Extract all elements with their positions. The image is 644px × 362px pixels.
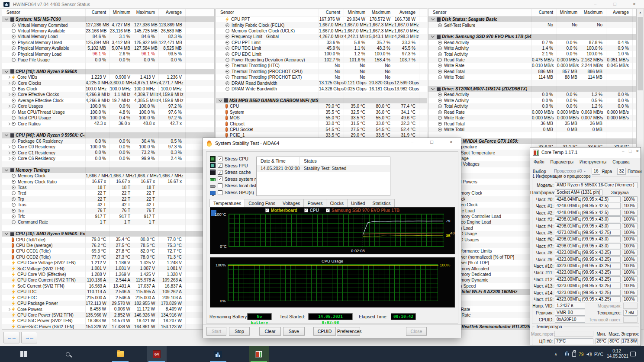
close-button[interactable]: Close	[406, 327, 427, 336]
menu-справка[interactable]: Справка	[612, 160, 629, 164]
sensor-row[interactable]: Write Rate0.010 MB/s0.000 MB/s2.244 MB/s…	[428, 63, 636, 68]
tab-statistics[interactable]: Statistics	[369, 199, 395, 207]
stop-button[interactable]: Stop	[229, 327, 250, 336]
start-button[interactable]	[13, 346, 33, 362]
tray-usb-icon[interactable]	[572, 346, 576, 362]
sensor-row[interactable]: Core Usages100.0 %0.0 %100.0 %97.2 %	[2, 103, 214, 109]
sensor-group-row[interactable]: Memory Timings	[2, 167, 214, 173]
sensor-row[interactable]: Tras42 T42 T42 T	[2, 202, 214, 208]
column-header[interactable]: Average	[394, 9, 419, 16]
sensor-row[interactable]: Thermal Throttling (PROCHOT EXT)NoNoNo	[216, 74, 427, 80]
sensor-group-row[interactable]: CPU [#0]: AMD Ryzen 9 5950X	[2, 69, 214, 74]
checkbox-checked[interactable]: ✓	[218, 170, 222, 175]
sensor-row[interactable]: CPU (Tctl/Tdie)79.0 °C35.4 °C80.8 °C77.8…	[2, 237, 214, 242]
sensor-group-row[interactable]: System: MSI MS-7C90	[2, 16, 214, 22]
sensor-row[interactable]: System35.5 °C32.5 °C36.0 °C34.1 °C	[216, 109, 427, 115]
collapse-chevron-icon[interactable]	[5, 69, 8, 73]
start-button[interactable]: Start	[206, 327, 226, 336]
checkbox-checked[interactable]: ✓	[218, 176, 222, 181]
sensor-row[interactable]: CPU TDC110.114 A2.546 A115.995 A109.262 …	[2, 289, 214, 295]
column-header[interactable]: Minimum	[557, 9, 581, 16]
collapse-chevron-icon[interactable]	[5, 168, 8, 171]
collapse-columns-button[interactable]: →←	[21, 332, 37, 343]
sensor-row[interactable]: Read Rate0.475 MB/s0.000 MB/s2.162 MB/s0…	[428, 57, 636, 63]
sensor-row[interactable]: Core Powers8.458 W0.006 W11.172 W8.409 W	[2, 306, 214, 312]
sensor-row[interactable]: Thermal Throttling (PROCHOT CPU)NoNoNo	[216, 69, 427, 74]
sensor-row[interactable]: DRAM Write Bandwidth14.328 Gbps0.025 Gbp…	[216, 86, 427, 92]
expand-arrow-icon[interactable]	[7, 82, 10, 85]
taskbar-item-file-explorer[interactable]	[110, 346, 130, 362]
sensor-row[interactable]: Infinity Fabric Clock (FCLK)1,667.0 MHz1…	[216, 22, 427, 28]
tab-temperatures[interactable]: Temperatures	[209, 199, 245, 207]
sensor-row[interactable]: Memory Clock Ratio16.67 x16.67 x16.67 x1…	[2, 179, 214, 184]
notification-center-icon[interactable]	[630, 346, 636, 362]
sensor-row[interactable]: CPU Socket54.5 °C27.5 °C54.5 °C52.4 °C	[216, 127, 427, 132]
hwinfo-titlebar[interactable]: HWiNFO64 v7.04-4480 Sensor Status − □ ×	[0, 0, 644, 9]
sensor-row[interactable]: CPU Core VID (Effective)1.288 V1.269 V1.…	[2, 272, 214, 277]
scrollbar-thumb[interactable]	[638, 17, 643, 90]
column-header[interactable]: Sensor	[216, 9, 319, 16]
sensor-group-row[interactable]: Drive: ST2000LM007-1R8174 (ZDZD9BTX)	[428, 86, 636, 92]
minimize-button[interactable]: −	[402, 138, 422, 147]
search-button[interactable]	[58, 346, 78, 362]
collapse-chevron-icon[interactable]	[5, 133, 8, 136]
sensor-row[interactable]: Core C1 Residency0.0 %0.0 %73.2 %0.3 %	[2, 150, 214, 155]
sensor-row[interactable]: MOS55.0 °C33.5 °C55.0 °C49.6 °C	[216, 115, 427, 121]
column-header[interactable]: Sensor	[428, 9, 531, 16]
sensor-row[interactable]: Write Activity0.0 %0.0 %0.5 %0.0 %	[428, 98, 636, 103]
sensor-empty-row[interactable]	[2, 63, 214, 68]
sensor-row[interactable]: Average Effective Clock4,266.9 MHz19.7 M…	[2, 98, 214, 103]
tab-powers[interactable]: Powers	[304, 199, 326, 207]
sensor-row[interactable]: CPU Package Power172.113 W29.570 W182.95…	[2, 301, 214, 306]
collapse-chevron-icon[interactable]	[431, 17, 435, 20]
sensor-row[interactable]: CPU PPT Limit33.6 %5.8 %35.7 %33.3 %	[216, 40, 427, 45]
sensor-row[interactable]: Read Total886 MB857 MB886 MB	[428, 69, 636, 74]
column-header[interactable]: Current	[531, 9, 557, 16]
log-column-status[interactable]: Status	[300, 157, 390, 165]
sensor-row[interactable]: Physical Memory Available5,102 MB5,074 M…	[2, 45, 214, 51]
sensor-row[interactable]: CPU EDC Limit100.0 %1.2 %100.0 %97.3 %	[216, 51, 427, 57]
maximize-button[interactable]: □	[629, 148, 632, 154]
sensor-group-row[interactable]: CPU [#0]: AMD Ryzen 9 5950X: C-Stat...	[2, 132, 214, 138]
expand-arrow-icon[interactable]	[7, 145, 10, 148]
legend-checkbox-checked[interactable]: ✓	[265, 208, 269, 212]
menu-параметры[interactable]: Параметры	[551, 160, 573, 164]
minimize-button[interactable]: −	[621, 148, 624, 154]
sensor-row[interactable]: Core Clocks4,225.0 MHz3,600.0 MHz4,875.1…	[2, 80, 214, 86]
sensor-row[interactable]: CPU Core Voltage (SVI2 TFN)1.212 V1.188 …	[2, 260, 214, 266]
sensor-row[interactable]: Max CPU/Thread Usage100.0 %4.8 %100.0 %9…	[2, 109, 214, 115]
column-header[interactable]: Average	[606, 9, 632, 16]
sensor-row[interactable]: Core C0 Residency100.0 %0.0 %100.0 %97.3…	[2, 144, 214, 150]
column-header[interactable]: Average	[158, 9, 185, 16]
cpuid-button[interactable]: CPUID	[313, 327, 336, 336]
sensor-row[interactable]: CPU CCD2 (Tdie)77.0 °C27.3 °C78.0 °C71.3…	[2, 254, 214, 260]
column-header[interactable]: Current	[85, 9, 109, 16]
sensor-row[interactable]: Self-Test FailureNoNoNo	[428, 22, 636, 28]
sensor-row[interactable]: Core C6 Residency0.0 %0.0 %99.9 %2.4 %	[2, 156, 214, 161]
column-header[interactable]: Maximum	[369, 9, 394, 16]
tab-clocks[interactable]: Clocks	[326, 199, 348, 207]
sensor-row[interactable]: Page File Usage0.0 %0.0 %0.0 %0.0 %	[2, 57, 214, 63]
sensor-row[interactable]: CPU TDC Limit45.9 %1.1 %48.3 %45.5 %	[216, 45, 427, 51]
sensor-row[interactable]: CPU SoC Power (SVI2 TFN)18.363 W14.574 W…	[2, 318, 214, 324]
sensor-row[interactable]: Trfc917 T917 T917 T	[2, 214, 214, 219]
sensor-group-row[interactable]: MSI MPG B550 GAMING CARBON WIFI (MS-7C90…	[216, 98, 427, 103]
sensor-row[interactable]: Core+SoC Power (SVI2 TFN)154.328 W17.438…	[2, 324, 214, 330]
preferences-button[interactable]: Preferences	[337, 327, 360, 336]
sensor-row[interactable]: Read Activity0.7 %0.0 %87.8 %0.4 %	[428, 40, 636, 45]
maximize-button[interactable]: □	[422, 138, 441, 147]
sensor-empty-row[interactable]	[2, 161, 214, 167]
maximize-button[interactable]: □	[605, 0, 625, 9]
aida64-titlebar[interactable]: System Stability Test - AIDA64 − □ ×	[203, 138, 461, 149]
menu-инструменты[interactable]: Инструменты	[580, 160, 606, 164]
sensor-row[interactable]: Total CPU Usage100.0 %0.4 %100.0 %97.2 %	[2, 115, 214, 121]
stress-option[interactable]: ✓Stress CPU	[210, 156, 248, 162]
column-header[interactable]: Maximum	[134, 9, 158, 16]
stress-option[interactable]: ✓Stress FPU	[210, 163, 248, 169]
taskbar-item-coretemp[interactable]	[249, 346, 269, 362]
checkbox-unchecked[interactable]	[218, 183, 222, 188]
log-row[interactable]: 14.05.2021 0:02:08 Stability Test: Start…	[257, 165, 390, 172]
tab-unified[interactable]: Unified	[348, 199, 369, 207]
collapse-chevron-icon[interactable]	[219, 98, 222, 102]
sensor-row[interactable]: CPU CCD1 (Tdie)69.3 °C27.8 °C82.0 °C72.7…	[2, 248, 214, 254]
